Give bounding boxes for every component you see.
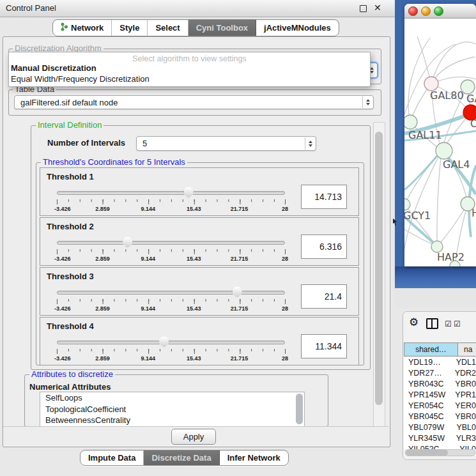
tab-network-label: Network: [71, 23, 104, 33]
tab-impute-data[interactable]: Impute Data: [81, 450, 144, 465]
threshold-2-value-field[interactable]: 6.316: [301, 234, 347, 259]
number-of-intervals-combobox[interactable]: 5: [136, 136, 316, 151]
tab-cyni-toolbox[interactable]: Cyni Toolbox: [188, 20, 256, 36]
table-row[interactable]: YER054CYER0: [404, 400, 476, 411]
threshold-2-panel: Threshold 2 -3.4262.8599.14415.4321.7152…: [40, 217, 359, 266]
dropdown-option-equal-width-frequency[interactable]: Equal Width/Frequency Discretization: [11, 74, 150, 84]
svg-text:GCY1: GCY1: [404, 210, 431, 222]
slider-thumb[interactable]: [123, 237, 132, 248]
zoom-traffic-light-icon[interactable]: [434, 6, 443, 16]
table-row[interactable]: YIL052CYIL0: [404, 443, 476, 449]
table-row[interactable]: YBR045CYBR0: [404, 411, 476, 422]
threshold-1-value-field[interactable]: 14.713: [301, 185, 347, 209]
close-traffic-light-icon[interactable]: [408, 6, 418, 16]
network-window: GAL80 GA GAL11 C GAL4 GCY1 H HAP2: [404, 4, 476, 266]
threshold-4-slider[interactable]: -3.4262.8599.14415.4321.71528: [57, 337, 285, 364]
svg-text:C: C: [470, 118, 476, 130]
slider-tick-labels: -3.4262.8599.14415.4321.71528: [57, 206, 285, 213]
table-body: YDL19…YDL1 YDR27…YDR2 YBR043CYBR0 YPR145…: [404, 357, 476, 449]
threshold-1-label: Threshold 1: [47, 172, 94, 181]
node-gcy1[interactable]: [404, 199, 410, 210]
tab-select[interactable]: Select: [148, 20, 188, 36]
slider-track: [57, 341, 285, 344]
network-canvas[interactable]: GAL80 GA GAL11 C GAL4 GCY1 H HAP2: [404, 19, 476, 266]
numerical-attributes-list: SelfLoops TopologicalCoefficient Between…: [40, 392, 305, 427]
column-header-name[interactable]: na: [458, 342, 476, 357]
threshold-4-value-field[interactable]: 11.344: [301, 334, 347, 358]
node-gal4[interactable]: [436, 142, 452, 159]
list-item[interactable]: BetweennessCentrality: [40, 415, 304, 426]
screen: Control Panel ✕ Network Style Select Cyn…: [0, 0, 476, 476]
slider-major-ticks: [57, 299, 286, 304]
tab-jactivemnodules[interactable]: jActiveMNodules: [256, 20, 339, 36]
svg-text:GAL4: GAL4: [443, 158, 470, 171]
checkbox-checked-icon[interactable]: ☑: [454, 319, 461, 328]
tab-infer-network[interactable]: Infer Network: [220, 450, 288, 465]
gear-icon[interactable]: ⚙: [409, 316, 418, 329]
dropdown-prompt: Select algorithm to view settings: [9, 54, 370, 63]
svg-text:HAP2: HAP2: [437, 251, 464, 263]
slider-major-ticks: [57, 349, 286, 354]
threshold-3-value-field[interactable]: 21.4: [301, 284, 347, 309]
attributes-list-scrollbar-thumb[interactable]: [296, 394, 303, 424]
node-gal11[interactable]: [404, 115, 417, 129]
minimize-traffic-light-icon[interactable]: [421, 6, 431, 16]
network-icon: [61, 22, 68, 33]
divider: [3, 426, 388, 427]
panel-vertical-scrollbar-thumb[interactable]: [375, 132, 383, 405]
slider-major-ticks: [57, 199, 286, 204]
control-panel-tabs: Network Style Select Cyni Toolbox jActiv…: [52, 19, 339, 36]
table-row[interactable]: YDR27…YDR2: [404, 367, 476, 378]
threshold-1-panel: Threshold 1 -3.4262.8599.14415.4321.7152…: [40, 167, 359, 216]
table-row[interactable]: YPR145WYPR1: [404, 389, 476, 400]
slider-track: [57, 241, 285, 245]
slider-track: [57, 191, 285, 195]
table-data-combobox[interactable]: galFiltered.sif default node: [14, 95, 374, 109]
threshold-4-panel: Threshold 4 -3.4262.8599.14415.4321.7152…: [40, 317, 359, 365]
threshold-2-slider[interactable]: -3.4262.8599.14415.4321.71528: [57, 237, 285, 264]
interval-definition-group-title: Interval Definition: [36, 121, 104, 130]
network-nodes[interactable]: [404, 77, 476, 266]
combo-stepper: [362, 96, 372, 108]
table-horizontal-scrollbar-thumb[interactable]: [406, 450, 448, 456]
svg-text:GAL11: GAL11: [408, 129, 442, 141]
table-row[interactable]: YBL079WYBL0: [404, 422, 476, 433]
list-item[interactable]: SelfLoops: [40, 392, 304, 404]
svg-text:GA: GA: [466, 93, 476, 105]
control-panel-title: Control Panel: [6, 0, 56, 17]
close-icon[interactable]: ✕: [374, 3, 381, 13]
table-row[interactable]: YLR345WYLR3: [404, 433, 476, 443]
table-header-row: shared… na: [404, 342, 476, 357]
tab-discretize-data[interactable]: Discretize Data: [144, 450, 219, 465]
float-window-icon[interactable]: [360, 5, 367, 12]
node-gal80[interactable]: [424, 77, 438, 91]
slider-tick-labels: -3.4262.8599.14415.4321.71528: [57, 305, 285, 313]
algorithm-dropdown-popup: Select algorithm to view settings Manual…: [8, 52, 371, 87]
slider-tick-labels: -3.4262.8599.14415.4321.71528: [57, 355, 285, 363]
network-window-titlebar[interactable]: [404, 4, 476, 19]
slider-thumb[interactable]: [233, 287, 242, 298]
threshold-2-label: Threshold 2: [47, 222, 94, 231]
threshold-3-slider[interactable]: -3.4262.8599.14415.4321.71528: [57, 287, 285, 314]
number-of-intervals-value: 5: [142, 139, 147, 148]
threshold-1-slider[interactable]: -3.4262.8599.14415.4321.71528: [57, 187, 285, 214]
apply-button[interactable]: Apply: [171, 429, 216, 445]
tab-network[interactable]: Network: [53, 20, 112, 36]
network-graph: GAL80 GA GAL11 C GAL4 GCY1 H HAP2: [404, 19, 476, 266]
table-row[interactable]: YBR043CYBR0: [404, 378, 476, 389]
column-header-shared-name[interactable]: shared…: [404, 342, 458, 357]
column-layout-icon[interactable]: [426, 318, 438, 329]
dropdown-option-manual-discretization[interactable]: Manual Discretization: [11, 63, 96, 73]
thresholds-group-title: Threshold's Coordinates for 5 Intervals: [41, 158, 187, 167]
slider-thumb[interactable]: [159, 337, 169, 348]
tab-style[interactable]: Style: [112, 20, 148, 36]
list-item[interactable]: TopologicalCoefficient: [40, 404, 304, 415]
threshold-4-label: Threshold 4: [47, 321, 94, 331]
table-row[interactable]: YDL19…YDL1: [404, 357, 476, 367]
svg-text:GAL80: GAL80: [430, 89, 464, 102]
slider-thumb[interactable]: [184, 187, 194, 198]
checkbox-checked-icon[interactable]: ☑: [445, 319, 452, 328]
network-view-frame-bottom: [395, 266, 476, 288]
node-attribute-table: shared… na YDL19…YDL1 YDR27…YDR2 YBR043C…: [404, 342, 476, 449]
threshold-rows: Threshold 1 -3.4262.8599.14415.4321.7152…: [40, 167, 359, 367]
